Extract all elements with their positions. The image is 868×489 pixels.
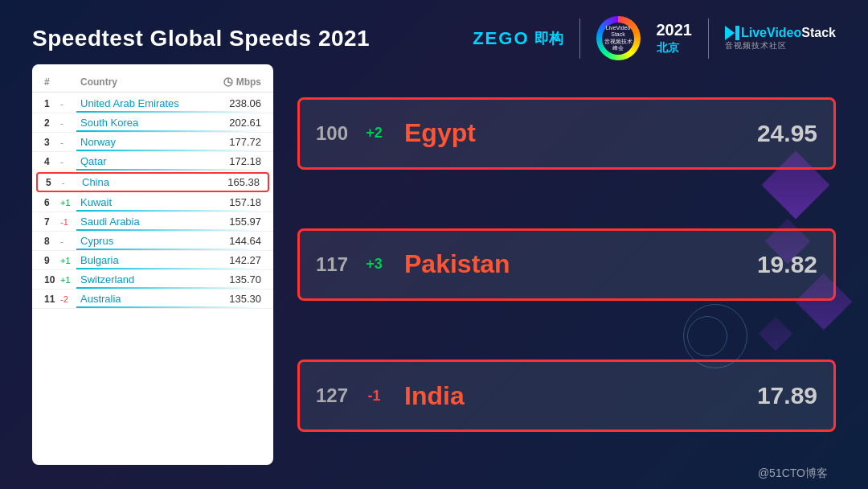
td-country: Kuwait	[80, 196, 213, 208]
event-inner-text: LiveVideoStack音视频技术峰会	[602, 25, 634, 52]
td-country: United Arab Emirates	[80, 97, 213, 109]
rank-country: Egypt	[392, 118, 757, 148]
td-rank: 1	[44, 98, 60, 109]
td-speed: 177.72	[213, 136, 261, 148]
table-row: 11 -2 Australia 135.30	[32, 290, 273, 309]
row-underline	[76, 130, 261, 132]
rank-change: +2	[356, 125, 392, 142]
table-row: 6 +1 Kuwait 157.18	[32, 193, 273, 212]
rank-card: 100 +2 Egypt 24.95	[297, 97, 836, 170]
zego-text: ZEGO	[473, 28, 529, 49]
td-rank: 2	[44, 117, 60, 129]
speed-icon	[223, 77, 233, 87]
td-change: +1	[60, 198, 80, 208]
td-speed: 238.06	[213, 97, 261, 109]
lvs-sub: 音视频技术社区	[725, 40, 787, 51]
td-country: Norway	[80, 136, 213, 148]
event-circle: LiveVideoStack音视频技术峰会	[596, 16, 641, 60]
td-change: -	[60, 236, 80, 246]
row-underline	[76, 268, 261, 269]
td-change: -	[60, 99, 80, 109]
rank-number: 117	[316, 253, 356, 276]
td-country: Bulgaria	[80, 254, 213, 266]
rank-country: India	[392, 381, 757, 411]
td-rank: 4	[44, 156, 60, 167]
td-change: +1	[60, 256, 80, 265]
rank-card: 127 -1 India 17.89	[297, 360, 836, 432]
lvs-text: LiveVideoStack	[741, 26, 836, 40]
td-country: Cyprus	[80, 235, 213, 247]
table-row: 10 +1 Switzerland 135.70	[32, 270, 273, 290]
row-underline	[76, 210, 261, 212]
rank-speed: 24.95	[757, 120, 817, 147]
event-year: 2021	[657, 21, 693, 39]
td-speed: 135.30	[213, 293, 261, 305]
td-change: -1	[60, 217, 80, 227]
table-row: 9 +1 Bulgaria 142.27	[32, 251, 273, 270]
td-rank: 11	[44, 294, 60, 305]
td-rank: 7	[44, 216, 60, 228]
svg-marker-0	[725, 26, 735, 40]
td-speed: 157.18	[213, 196, 261, 208]
rank-speed: 17.89	[757, 382, 817, 409]
table-header: # Country Mbps	[32, 72, 273, 92]
table-row: 8 - Cyprus 144.64	[32, 232, 273, 251]
rank-card: 117 +3 Pakistan 19.82	[297, 228, 836, 301]
td-speed: 172.18	[213, 155, 261, 167]
row-underline	[76, 150, 261, 151]
td-rank: 3	[44, 137, 60, 148]
watermark: @51CTO博客	[758, 466, 828, 481]
col-change	[60, 76, 80, 88]
td-country: Australia	[80, 293, 213, 305]
event-info: 2021 北京	[657, 21, 693, 55]
col-country: Country	[80, 76, 213, 88]
table-row: 5 - China 165.38	[36, 172, 269, 192]
page-title: Speedtest Global Speeds 2021	[32, 26, 370, 51]
td-country: South Korea	[80, 117, 213, 129]
lvs-top: LiveVideoStack	[725, 26, 836, 40]
table-body: 1 - United Arab Emirates 238.06 2 - Sout…	[32, 94, 273, 309]
td-change: -	[60, 138, 80, 147]
table-row: 4 - Qatar 172.18	[32, 152, 273, 171]
td-country: China	[82, 176, 211, 188]
td-speed: 202.61	[213, 117, 261, 129]
rank-number: 100	[316, 122, 356, 145]
header-logos: ZEGO 即构 LiveVideoStack音视频技术峰会 2021 北京	[473, 16, 836, 60]
td-rank: 8	[44, 236, 60, 247]
row-underline	[76, 287, 261, 289]
row-underline	[76, 229, 261, 231]
zego-cn: 即构	[534, 29, 563, 48]
event-badge: LiveVideoStack音视频技术峰会	[596, 16, 641, 60]
lvs-logo: LiveVideoStack 音视频技术社区	[725, 26, 836, 51]
table-row: 7 -1 Saudi Arabia 155.97	[32, 212, 273, 232]
right-panel: 100 +2 Egypt 24.95 117 +3 Pakistan 19.82…	[297, 64, 836, 465]
td-change: -	[60, 157, 80, 166]
svg-rect-1	[735, 26, 739, 40]
lvs-play-icon	[725, 26, 739, 40]
main-content: # Country Mbps 1 - United Arab Emirates …	[32, 64, 836, 465]
table-row: 3 - Norway 177.72	[32, 133, 273, 152]
header-divider-2	[708, 18, 709, 59]
td-change: -	[60, 118, 80, 128]
td-rank: 6	[44, 197, 60, 208]
td-change: -2	[60, 294, 80, 304]
rank-number: 127	[316, 384, 356, 407]
td-rank: 9	[44, 255, 60, 266]
row-underline	[76, 306, 261, 308]
td-speed: 144.64	[213, 235, 261, 247]
rank-change: +3	[356, 256, 392, 273]
row-underline	[76, 111, 261, 113]
col-speed: Mbps	[213, 76, 261, 88]
speed-table: # Country Mbps 1 - United Arab Emirates …	[32, 64, 273, 465]
td-country: Switzerland	[80, 273, 213, 286]
rank-change: -1	[356, 388, 392, 405]
td-rank: 5	[46, 177, 62, 188]
row-underline	[76, 169, 261, 171]
col-rank: #	[44, 76, 60, 88]
rank-speed: 19.82	[757, 251, 817, 278]
header-divider-1	[579, 18, 580, 59]
event-circle-inner: LiveVideoStack音视频技术峰会	[602, 23, 634, 55]
td-speed: 142.27	[213, 254, 261, 266]
rank-cards-container: 100 +2 Egypt 24.95 117 +3 Pakistan 19.82…	[297, 72, 836, 457]
td-rank: 10	[44, 274, 60, 286]
